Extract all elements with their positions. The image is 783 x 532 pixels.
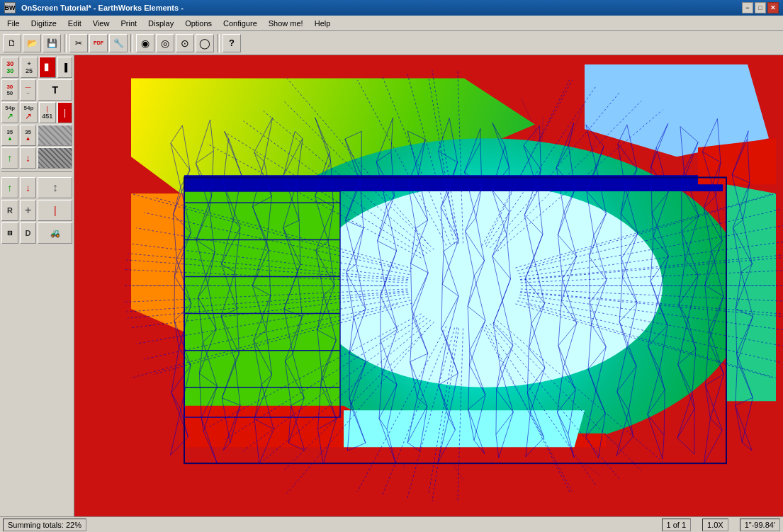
left-tool-1d[interactable]: ▐ (57, 57, 72, 78)
pdf-button[interactable]: PDF (89, 34, 108, 52)
coordinates: 1"-99.84' (740, 519, 780, 531)
left-row-7: R + | (1, 200, 72, 221)
statusbar: Summing totals: 22% 1 of 1 1.0X 1"-99.84… (0, 516, 783, 532)
menu-digitize[interactable]: Digitize (26, 16, 62, 30)
left-tool-2b[interactable]: — ~ (20, 79, 37, 101)
left-tool-5c[interactable] (38, 147, 72, 169)
zoom-level: 1.0X (702, 519, 728, 531)
left-tool-4a[interactable]: 35 ▲ (1, 125, 18, 146)
left-tool-8a[interactable]: ⊟ (1, 222, 18, 244)
left-tool-4b[interactable]: 35 ▲ (20, 125, 37, 146)
left-tool-3c[interactable]: | 451 (39, 102, 56, 123)
left-tool-6b[interactable]: ↓ (20, 177, 37, 198)
left-tool-8b[interactable]: D (20, 222, 37, 244)
titlebar-left: BW OnScreen Tutorial* - EarthWorks Eleme… (4, 2, 184, 13)
main-area: 30 30 + 25 ▊ ▐ 30 50 — ~ T (0, 55, 783, 516)
close-button[interactable]: ✕ (767, 2, 779, 13)
menu-help[interactable]: Help (309, 16, 337, 30)
left-tool-3b[interactable]: 54p ↗ (20, 102, 37, 123)
new-button[interactable]: 🗋 (3, 34, 21, 52)
left-tool-7c[interactable]: | (38, 200, 72, 221)
left-tool-3a[interactable]: 54p ↗ (1, 102, 18, 123)
toolbar-separator-3 (217, 34, 220, 52)
left-tool-6a[interactable]: ↑ (1, 177, 18, 198)
minimize-button[interactable]: − (742, 2, 753, 13)
menu-display[interactable]: Display (142, 16, 179, 30)
left-tool-8c[interactable]: 🚜 (38, 222, 72, 244)
help-button[interactable]: ? (222, 34, 241, 52)
app-logo: BW (4, 2, 16, 13)
tool-digitize4[interactable]: ◯ (196, 34, 214, 52)
left-toolbar: 30 30 + 25 ▊ ▐ 30 50 — ~ T (0, 55, 74, 516)
open-button[interactable]: 📂 (23, 34, 41, 52)
left-tool-1b[interactable]: + 25 (21, 57, 38, 78)
menu-print[interactable]: Print (115, 16, 142, 30)
left-tool-7b[interactable]: + (20, 200, 37, 221)
tool-digitize2[interactable]: ◎ (156, 34, 174, 52)
left-tool-1c[interactable]: ▊ (39, 57, 55, 78)
toolbar-separator-1 (64, 34, 67, 52)
page-indicator: 1 of 1 (662, 519, 692, 531)
menu-configure[interactable]: Configure (218, 16, 263, 30)
summing-status: Summing totals: 22% (3, 519, 86, 531)
left-separator-1 (1, 171, 72, 174)
maximize-button[interactable]: □ (755, 2, 766, 13)
left-row-2: 30 50 — ~ T (1, 79, 72, 101)
tool-wrench[interactable]: 🔧 (109, 34, 128, 52)
canvas-area[interactable] (74, 55, 783, 516)
toolbar: 🗋 📂 💾 ✂ PDF 🔧 ◉ ◎ ⊙ ◯ ? (0, 31, 783, 55)
left-tool-7a[interactable]: R (1, 200, 18, 221)
left-row-3: 54p ↗ 54p ↗ | 451 | (1, 102, 72, 123)
menu-file[interactable]: File (1, 16, 26, 30)
left-tool-2a[interactable]: 30 50 (1, 79, 18, 101)
toolbar-separator-2 (130, 34, 133, 52)
menu-edit[interactable]: Edit (62, 16, 87, 30)
left-tool-1a[interactable]: 30 30 (1, 57, 19, 78)
menu-view[interactable]: View (87, 16, 116, 30)
left-tool-6c[interactable]: ↕ (38, 177, 72, 198)
app-title: OnScreen Tutorial* - EarthWorks Elements… (21, 4, 184, 12)
menubar: File Digitize Edit View Print Display Op… (0, 16, 783, 31)
menu-options[interactable]: Options (179, 16, 218, 30)
left-tool-2c[interactable]: T (38, 79, 72, 101)
statusbar-left: Summing totals: 22% (3, 519, 86, 531)
titlebar: BW OnScreen Tutorial* - EarthWorks Eleme… (0, 0, 783, 16)
left-row-5: ↑ ↓ (1, 147, 72, 169)
tool-digitize1[interactable]: ◉ (136, 34, 154, 52)
left-row-8: ⊟ D 🚜 (1, 222, 72, 244)
left-tool-3d[interactable]: | (57, 102, 72, 123)
left-tool-5b[interactable]: ↓ (20, 147, 37, 169)
left-row-1: 30 30 + 25 ▊ ▐ (1, 57, 72, 78)
earthworks-canvas[interactable] (74, 55, 783, 516)
titlebar-controls[interactable]: − □ ✕ (742, 2, 779, 13)
left-tool-5a[interactable]: ↑ (1, 147, 18, 169)
left-tool-4c[interactable] (38, 125, 72, 146)
left-row-6: ↑ ↓ ↕ (1, 177, 72, 198)
tool-digitize3[interactable]: ⊙ (176, 34, 194, 52)
cut-button[interactable]: ✂ (69, 34, 88, 52)
save-button[interactable]: 💾 (43, 34, 61, 52)
statusbar-right: 1 of 1 1.0X 1"-99.84' (662, 519, 780, 531)
menu-showme[interactable]: Show me! (263, 16, 309, 30)
left-row-4: 35 ▲ 35 ▲ (1, 125, 72, 146)
